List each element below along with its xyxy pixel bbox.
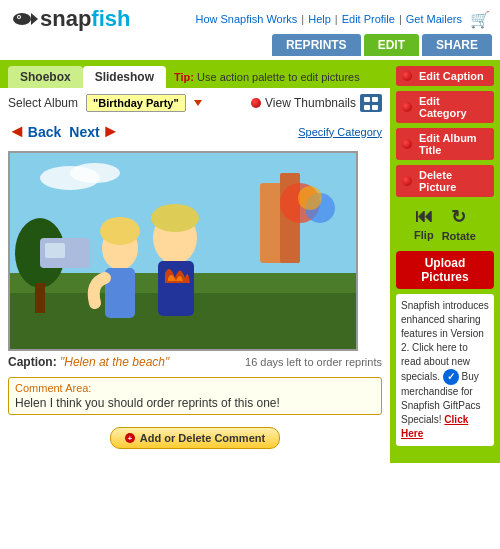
svg-point-6 — [70, 163, 120, 183]
svg-point-11 — [298, 186, 322, 210]
tip-text: Use action palette to edit pictures — [197, 71, 360, 83]
svg-rect-21 — [35, 283, 45, 313]
caption-display: Caption: "Helen at the beach" — [8, 355, 169, 369]
photo-container — [8, 151, 358, 351]
right-panel: Edit Caption Edit Category Edit Album Ti… — [390, 60, 500, 463]
flip-button[interactable]: ⏮ Flip — [414, 206, 434, 242]
reprints-tab[interactable]: REPRINTS — [272, 34, 361, 56]
view-thumbnails-radio[interactable] — [251, 98, 261, 108]
rotate-button[interactable]: ↻ Rotate — [442, 206, 476, 242]
album-bar: Select Album "Birthday Party" View Thumb… — [0, 88, 390, 118]
svg-point-3 — [18, 16, 20, 18]
next-button[interactable]: Next ► — [69, 121, 119, 142]
upload-pictures-button[interactable]: Upload Pictures — [396, 251, 494, 289]
how-it-works-link[interactable]: How Snapfish Works — [195, 13, 297, 25]
nav-bar: ◄ Back Next ► Specify Category — [0, 118, 390, 145]
edit-album-title-button[interactable]: Edit Album Title — [396, 128, 494, 160]
edit-album-title-icon — [402, 139, 412, 149]
flip-rotate-area: ⏮ Flip ↻ Rotate — [396, 202, 494, 246]
add-comment-button[interactable]: + Add or Delete Comment — [110, 427, 280, 449]
flip-icon: ⏮ — [415, 206, 433, 227]
edit-caption-button[interactable]: Edit Caption — [396, 66, 494, 86]
thumbnails-icon[interactable] — [360, 94, 382, 112]
cart-icon[interactable]: 🛒 — [470, 10, 490, 29]
svg-point-0 — [13, 13, 31, 25]
svg-marker-1 — [31, 13, 38, 25]
slideshow-tab[interactable]: Slideshow — [83, 66, 166, 88]
check-icon: ✓ — [443, 369, 459, 385]
svg-rect-19 — [158, 261, 194, 316]
album-select[interactable]: "Birthday Party" — [86, 94, 186, 112]
caption-value: "Helen at the beach" — [60, 355, 169, 369]
logo-fish-icon — [10, 9, 38, 29]
logo-snap-text: snap — [40, 6, 91, 32]
delete-picture-icon — [402, 176, 412, 186]
comment-box: Comment Area: Helen I think you should o… — [8, 377, 382, 415]
main-panel: Shoebox Slideshow Tip: Use action palett… — [0, 60, 390, 463]
caption-area: Caption: "Helen at the beach" 16 days le… — [8, 351, 382, 373]
get-mailers-link[interactable]: Get Mailers — [406, 13, 462, 25]
promo-box: Snapfish introduces enhanced sharing fea… — [396, 294, 494, 446]
add-comment-icon: + — [125, 433, 135, 443]
back-arrow-icon: ◄ — [8, 121, 26, 142]
logo-fish-text: fish — [91, 6, 130, 32]
comment-label: Comment Area: — [15, 382, 375, 394]
svg-point-15 — [100, 217, 140, 245]
back-button[interactable]: ◄ Back — [8, 121, 61, 142]
edit-caption-icon — [402, 71, 412, 81]
next-arrow-icon: ► — [102, 121, 120, 142]
caption-label: Caption: — [8, 355, 57, 369]
edit-profile-link[interactable]: Edit Profile — [342, 13, 395, 25]
view-thumbnails-label[interactable]: View Thumbnails — [265, 96, 356, 110]
logo: snapfish — [10, 6, 130, 32]
header-nav: How Snapfish Works | Help | Edit Profile… — [195, 10, 490, 29]
svg-point-18 — [151, 204, 199, 232]
help-link[interactable]: Help — [308, 13, 331, 25]
edit-tab[interactable]: EDIT — [364, 34, 419, 56]
photo-image — [10, 153, 358, 351]
view-thumbnails-area: View Thumbnails — [251, 94, 382, 112]
add-comment-area: + Add or Delete Comment — [8, 419, 382, 457]
delete-picture-button[interactable]: Delete Picture — [396, 165, 494, 197]
top-tabs-bar: REPRINTS EDIT SHARE — [0, 34, 500, 60]
album-dropdown-arrow[interactable] — [194, 100, 202, 106]
photo-area: Caption: "Helen at the beach" 16 days le… — [0, 145, 390, 463]
rotate-icon: ↻ — [451, 206, 466, 228]
share-tab[interactable]: SHARE — [422, 34, 492, 56]
edit-category-button[interactable]: Edit Category — [396, 91, 494, 123]
promo-text1: Snapfish introduces enhanced sharing fea… — [401, 300, 489, 382]
order-reprints-text: 16 days left to order reprints — [245, 356, 382, 368]
tip-area: Tip: Use action palette to edit pictures — [174, 71, 360, 83]
comment-text: Helen I think you should order reprints … — [15, 396, 375, 410]
svg-rect-23 — [45, 243, 65, 258]
shoebox-tab[interactable]: Shoebox — [8, 66, 83, 88]
edit-category-icon — [402, 102, 412, 112]
tip-label: Tip: — [174, 71, 194, 83]
view-tabs-bar: Shoebox Slideshow Tip: Use action palett… — [0, 60, 390, 88]
album-label: Select Album — [8, 96, 78, 110]
specify-category-link[interactable]: Specify Category — [298, 126, 382, 138]
content-wrapper: Shoebox Slideshow Tip: Use action palett… — [0, 60, 500, 463]
